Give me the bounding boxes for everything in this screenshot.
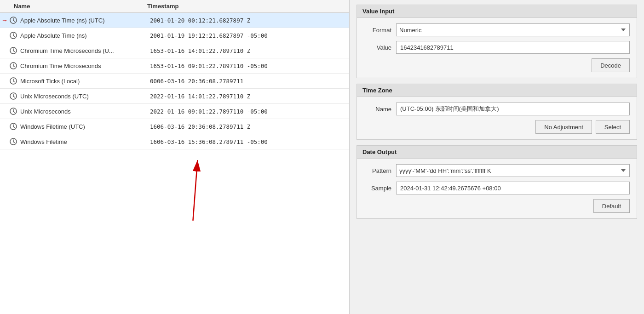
- table-row[interactable]: Windows Filetime1606-03-16 15:36:08.2789…: [0, 134, 349, 149]
- clock-icon: [9, 77, 17, 85]
- time-zone-card: Time Zone Name No Adjustment Select: [356, 84, 637, 140]
- cell-name: Chromium Time Microseconds (U...: [20, 47, 145, 54]
- row-indicator: →: [0, 17, 9, 24]
- time-zone-body: Name No Adjustment Select: [357, 97, 637, 139]
- clock-icon: [9, 107, 17, 115]
- cell-timestamp: 1606-03-16 15:36:08.2789711 -05:00: [145, 138, 349, 145]
- table-row[interactable]: Chromium Time Microseconds1653-01-16 09:…: [0, 58, 349, 74]
- clock-icon: [9, 16, 17, 24]
- clock-icon: [9, 122, 17, 131]
- select-button[interactable]: Select: [596, 120, 630, 134]
- pattern-label: Pattern: [364, 167, 391, 174]
- timezone-button-row: No Adjustment Select: [364, 120, 630, 134]
- cell-timestamp: 1606-03-16 20:36:08.2789711 Z: [145, 123, 349, 130]
- table-row[interactable]: Unix Microseconds (UTC)2022-01-16 14:01:…: [0, 89, 349, 104]
- format-select[interactable]: Numeric Hex Base64: [396, 23, 630, 36]
- svg-line-26: [13, 142, 15, 143]
- cell-timestamp: 2022-01-16 14:01:22.7897110 Z: [145, 93, 349, 100]
- svg-line-17: [13, 97, 15, 97]
- decode-button[interactable]: Decode: [592, 58, 630, 72]
- decode-button-row: Decode: [364, 58, 630, 72]
- format-label: Format: [364, 27, 391, 34]
- table-row[interactable]: Unix Microseconds2022-01-16 09:01:22.789…: [0, 104, 349, 119]
- cell-timestamp: 1653-01-16 14:01:22.7897110 Z: [145, 47, 349, 54]
- svg-line-8: [13, 51, 15, 52]
- cell-timestamp: 0006-03-16 20:36:08.2789711: [145, 78, 349, 85]
- value-row: Value: [364, 41, 630, 54]
- default-button[interactable]: Default: [593, 199, 630, 213]
- default-button-row: Default: [364, 199, 630, 213]
- date-output-title: Date Output: [357, 146, 637, 159]
- clock-icon: [9, 92, 17, 100]
- value-input-card: Value Input Format Numeric Hex Base64 Va…: [356, 5, 637, 78]
- table-row[interactable]: Windows Filetime (UTC)1606-03-16 20:36:0…: [0, 119, 349, 134]
- value-label: Value: [364, 44, 391, 51]
- sample-input: [396, 182, 630, 194]
- pattern-select[interactable]: yyyy'-'MM'-'dd HH':'mm':'ss'.'fffffff K: [396, 164, 630, 177]
- sample-row: Sample: [364, 182, 630, 194]
- cell-name: Windows Filetime (UTC): [20, 123, 145, 130]
- table-row[interactable]: Chromium Time Microseconds (U...1653-01-…: [0, 43, 349, 58]
- cell-timestamp: 2001-01-19 19:12:21.6827897 -05:00: [145, 32, 349, 39]
- date-output-card: Date Output Pattern yyyy'-'MM'-'dd HH':'…: [356, 145, 637, 219]
- cell-timestamp: 2022-01-16 09:01:22.7897110 -05:00: [145, 108, 349, 115]
- left-panel: Name Timestamp → Apple Absolute Time (ns…: [0, 0, 350, 314]
- cell-name: Unix Microseconds: [20, 108, 145, 115]
- cell-name: Unix Microseconds (UTC): [20, 93, 145, 100]
- table-body: → Apple Absolute Time (ns) (UTC)2001-01-…: [0, 13, 349, 314]
- value-input-title: Value Input: [357, 5, 637, 18]
- svg-line-14: [13, 81, 15, 82]
- column-name-header: Name: [0, 3, 143, 10]
- column-timestamp-header: Timestamp: [143, 3, 349, 10]
- format-row: Format Numeric Hex Base64: [364, 23, 630, 36]
- pattern-row: Pattern yyyy'-'MM'-'dd HH':'mm':'ss'.'ff…: [364, 164, 630, 177]
- svg-line-23: [13, 127, 15, 128]
- table-row[interactable]: → Apple Absolute Time (ns) (UTC)2001-01-…: [0, 13, 349, 28]
- svg-line-20: [13, 112, 15, 113]
- timezone-name-row: Name: [364, 103, 630, 115]
- table-row[interactable]: Microsoft Ticks (Local)0006-03-16 20:36:…: [0, 74, 349, 89]
- cell-name: Chromium Time Microseconds: [20, 63, 145, 69]
- value-input[interactable]: [396, 41, 630, 54]
- sample-label: Sample: [364, 185, 391, 192]
- timezone-name-input[interactable]: [396, 103, 630, 115]
- clock-icon: [9, 46, 17, 55]
- value-input-body: Format Numeric Hex Base64 Value Decode: [357, 18, 637, 78]
- cell-name: Apple Absolute Time (ns) (UTC): [20, 17, 145, 24]
- clock-icon: [9, 62, 17, 70]
- no-adjustment-button[interactable]: No Adjustment: [535, 120, 592, 134]
- cell-name: Apple Absolute Time (ns): [20, 32, 145, 39]
- cell-timestamp: 2001-01-20 00:12:21.6827897 Z: [145, 17, 349, 24]
- timezone-name-label: Name: [364, 106, 391, 113]
- svg-line-5: [13, 36, 15, 37]
- clock-icon: [9, 31, 17, 40]
- svg-line-2: [13, 21, 15, 22]
- cell-timestamp: 1653-01-16 09:01:22.7897110 -05:00: [145, 63, 349, 69]
- cell-name: Microsoft Ticks (Local): [20, 78, 145, 85]
- cell-name: Windows Filetime: [20, 138, 145, 145]
- right-panel: Value Input Format Numeric Hex Base64 Va…: [350, 0, 644, 314]
- date-output-body: Pattern yyyy'-'MM'-'dd HH':'mm':'ss'.'ff…: [357, 159, 637, 218]
- time-zone-title: Time Zone: [357, 84, 637, 97]
- table-row[interactable]: Apple Absolute Time (ns)2001-01-19 19:12…: [0, 28, 349, 43]
- svg-line-11: [13, 66, 15, 67]
- clock-icon: [9, 137, 17, 146]
- table-header: Name Timestamp: [0, 0, 349, 13]
